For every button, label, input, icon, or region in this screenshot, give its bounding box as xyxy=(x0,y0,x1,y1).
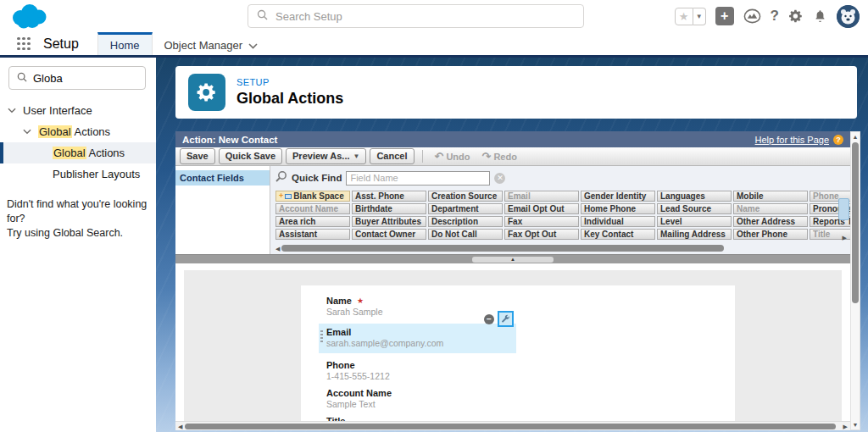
scrollbar-thumb[interactable] xyxy=(185,424,835,429)
palette-column: LanguagesLead SourceLevelMailing Address xyxy=(657,191,732,240)
star-icon[interactable]: ★ xyxy=(675,8,693,25)
global-search-box[interactable] xyxy=(248,4,584,28)
palette-field-mobile[interactable]: Mobile xyxy=(733,191,808,202)
tree-item-label: Publisher Layouts xyxy=(53,168,140,180)
palette-field-birthdate[interactable]: Birthdate xyxy=(352,203,426,214)
preview-as-button[interactable]: Preview As... ▼ xyxy=(286,148,366,164)
palette-field-languages[interactable]: Languages xyxy=(657,191,732,202)
canvas-field-phone[interactable]: Phone1-415-555-1212 xyxy=(326,360,735,381)
field-label-text: Phone xyxy=(326,360,355,370)
palette-field-blank-space[interactable]: +Blank Space xyxy=(275,191,350,202)
tree-item-user-interface[interactable]: User Interface xyxy=(0,100,156,121)
scroll-up-icon[interactable]: ▲ xyxy=(853,134,859,140)
canvas-field-account-name[interactable]: Account NameSample Text xyxy=(326,388,735,409)
canvas-field-name[interactable]: Name★Sarah Sample xyxy=(326,296,735,317)
palette-field-name: Name xyxy=(733,203,808,214)
canvas-horizontal-scrollbar[interactable]: ◀ ▶ xyxy=(175,421,850,430)
help-icon[interactable]: ? xyxy=(771,8,779,25)
tree-item-global-actions[interactable]: Global Actions xyxy=(0,142,156,163)
remove-field-icon[interactable]: − xyxy=(484,314,494,324)
quick-create-button[interactable]: + xyxy=(715,7,734,25)
tree-item-publisher-layouts[interactable]: Publisher Layouts xyxy=(0,163,156,185)
sidebar-search-box[interactable] xyxy=(8,66,146,90)
chevron-down-icon[interactable] xyxy=(8,108,16,114)
palette-field-other-phone[interactable]: Other Phone xyxy=(733,229,808,240)
scroll-right-icon[interactable]: ▶ xyxy=(843,235,847,241)
quick-find-input[interactable] xyxy=(346,171,490,186)
help-bubble-icon[interactable]: ? xyxy=(833,135,843,145)
field-sample-value: sarah.sample@company.com xyxy=(326,338,516,348)
palette-field-mailing-address[interactable]: Mailing Address xyxy=(657,229,732,240)
panel-splitter[interactable]: ▲ xyxy=(175,254,850,263)
splitter-handle[interactable]: ▲ xyxy=(472,257,554,263)
palette-field-fax[interactable]: Fax xyxy=(504,216,579,227)
palette-field-email-opt-out[interactable]: Email Opt Out xyxy=(504,203,579,214)
quick-find-label: Quick Find xyxy=(292,173,342,183)
palette-field-buyer-attributes[interactable]: Buyer Attributes xyxy=(352,216,426,227)
help-for-this-page-link[interactable]: Help for this Page xyxy=(755,135,829,145)
canvas-field-email[interactable]: Emailsarah.sample@company.com xyxy=(319,324,516,353)
save-button[interactable]: Save xyxy=(180,148,215,164)
palette-column: Gender IdentityHome PhoneIndividualKey C… xyxy=(581,191,655,240)
palette-field-level[interactable]: Level xyxy=(657,216,732,227)
palette-field-home-phone[interactable]: Home Phone xyxy=(581,203,655,214)
setup-app-title: Setup xyxy=(43,36,79,52)
favorites-button[interactable]: ★ ▼ xyxy=(675,8,706,25)
palette-field-gender-identity[interactable]: Gender Identity xyxy=(581,191,655,202)
palette-field-individual[interactable]: Individual xyxy=(581,216,655,227)
palette-field-do-not-call[interactable]: Do Not Call xyxy=(428,229,503,240)
setup-tile-gear-icon xyxy=(188,74,225,111)
tab-object-manager[interactable]: Object Manager xyxy=(153,32,270,55)
clear-icon[interactable]: ✕ xyxy=(494,173,505,184)
global-search-input[interactable] xyxy=(275,10,575,23)
palette-field-area-rich[interactable]: Area rich xyxy=(275,216,350,227)
form-fields: Name★Sarah SampleEmailsarah.sample@compa… xyxy=(301,285,735,422)
scroll-left-icon[interactable]: ◀ xyxy=(275,246,280,252)
scroll-left-icon[interactable]: ◀ xyxy=(178,424,182,429)
palette-grid: +Blank SpaceAccount NameArea richAssista… xyxy=(275,191,850,240)
drag-grip-icon[interactable] xyxy=(320,330,323,343)
notifications-bell-icon[interactable] xyxy=(813,8,827,24)
chevron-down-icon[interactable] xyxy=(23,129,31,135)
sidebar-search-input[interactable] xyxy=(33,72,137,85)
category-contact-fields[interactable]: Contact Fields xyxy=(175,170,270,186)
trailhead-icon[interactable] xyxy=(743,8,761,24)
palette-field-email: Email xyxy=(504,191,579,202)
tree-item-global-actions[interactable]: Global Actions xyxy=(0,121,156,142)
editor-vertical-scrollbar[interactable]: ▲ ▼ xyxy=(850,131,860,430)
palette-field-creation-source[interactable]: Creation Source xyxy=(428,191,503,202)
page-header: SETUP Global Actions xyxy=(175,66,857,119)
user-avatar[interactable] xyxy=(837,5,860,28)
setup-content: User InterfaceGlobal ActionsGlobal Actio… xyxy=(0,58,868,432)
palette-field-lead-source[interactable]: Lead Source xyxy=(657,203,732,214)
scrollbar-thumb[interactable] xyxy=(281,245,723,252)
palette-field-other-address[interactable]: Other Address xyxy=(733,216,808,227)
scrollbar-thumb[interactable] xyxy=(852,142,859,303)
setup-tree: User InterfaceGlobal ActionsGlobal Actio… xyxy=(0,100,156,185)
scroll-right-icon[interactable]: ▶ xyxy=(843,424,848,429)
scroll-down-icon[interactable]: ▼ xyxy=(853,422,859,428)
cancel-button[interactable]: Cancel xyxy=(370,148,414,164)
quick-save-button[interactable]: Quick Save xyxy=(219,148,282,164)
field-label: Name★ xyxy=(326,296,735,306)
palette-field-account-name: Account Name xyxy=(275,203,350,214)
palette-field-asst-phone[interactable]: Asst. Phone xyxy=(352,191,426,202)
chevron-down-icon[interactable]: ▼ xyxy=(693,8,706,25)
tree-item-label: User Interface xyxy=(23,104,92,117)
global-header: ★ ▼ + ? xyxy=(0,0,868,32)
app-launcher-icon[interactable] xyxy=(17,37,31,51)
palette-field-contact-owner[interactable]: Contact Owner xyxy=(352,229,426,240)
redo-button: ↷ Redo xyxy=(478,149,521,164)
palette-field-key-contact[interactable]: Key Contact xyxy=(581,229,655,240)
palette-column: EmailEmail Opt OutFaxFax Opt Out xyxy=(504,191,579,240)
setup-gear-icon[interactable] xyxy=(788,8,804,24)
field-properties-button[interactable] xyxy=(498,311,514,327)
palette-horizontal-scrollbar[interactable]: ◀ xyxy=(275,244,835,252)
palette-field-description[interactable]: Description xyxy=(428,216,503,227)
palette-field-fax-opt-out[interactable]: Fax Opt Out xyxy=(504,229,579,240)
tab-home[interactable]: Home xyxy=(97,32,153,55)
palette-field-assistant[interactable]: Assistant xyxy=(275,229,350,240)
palette-field-department[interactable]: Department xyxy=(428,203,503,214)
palette-vertical-scrollbar-thumb[interactable] xyxy=(838,198,849,220)
field-label: Account Name xyxy=(326,388,735,398)
